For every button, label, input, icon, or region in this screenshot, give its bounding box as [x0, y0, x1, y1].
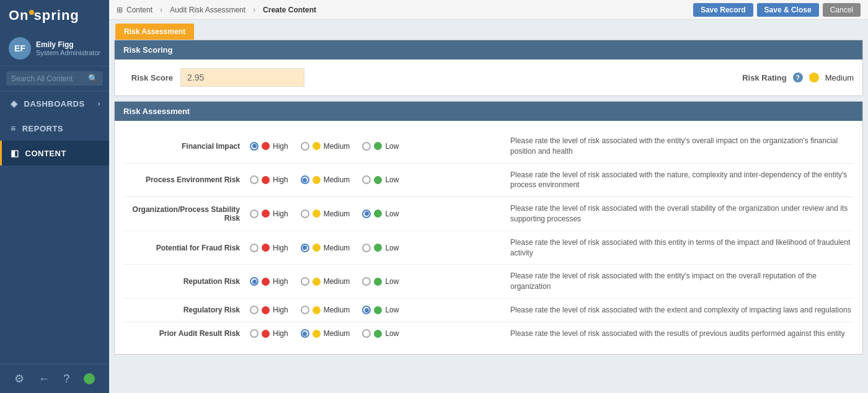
medium-radio[interactable]	[301, 210, 309, 218]
low-radio[interactable]	[362, 244, 371, 252]
low-radio[interactable]	[362, 306, 371, 314]
sidebar-item-label-content: CONTENT	[25, 149, 66, 158]
high-radio-group: High	[250, 175, 288, 184]
risk-scoring-row: Risk Score Risk Rating ? Medium	[123, 68, 854, 87]
rating-value: Medium	[825, 73, 854, 82]
yellow-dot-icon	[312, 306, 321, 314]
cancel-button[interactable]: Cancel	[823, 3, 861, 17]
high-radio-group: High	[250, 329, 288, 338]
risk-row-options: High Medium Low	[250, 329, 510, 338]
rating-dot	[809, 73, 819, 82]
save-close-button[interactable]: Save & Close	[757, 3, 819, 17]
score-input[interactable]	[180, 68, 304, 87]
risk-row-name: Reputation Risk	[126, 277, 250, 286]
low-radio[interactable]	[362, 329, 371, 338]
breadcrumb-layers-icon: ⊞	[117, 6, 123, 14]
risk-row-name: Potential for Fraud Risk	[126, 244, 250, 252]
tab-risk-assessment[interactable]: Risk Assessment	[115, 24, 194, 40]
search-input[interactable]	[11, 74, 88, 83]
green-dot-icon	[374, 176, 382, 184]
breadcrumb-create: Create Content	[263, 6, 316, 14]
high-radio[interactable]	[250, 244, 259, 252]
back-icon[interactable]: ←	[38, 373, 50, 386]
sidebar-nav: ◈ DASHBOARDS › ≡ REPORTS ◧ CONTENT	[0, 91, 109, 364]
high-radio[interactable]	[250, 210, 259, 218]
low-radio[interactable]	[362, 210, 371, 218]
green-dot-icon	[374, 306, 382, 314]
chevron-right-icon: ›	[98, 100, 100, 107]
user-role: System Administrator	[36, 49, 100, 56]
low-radio-group: Low	[362, 277, 399, 286]
low-label: Low	[385, 277, 399, 286]
save-record-button[interactable]: Save Record	[693, 3, 753, 17]
topbar: ⊞ Content › Audit Risk Assessment › Crea…	[109, 0, 868, 20]
sidebar-item-reports[interactable]: ≡ REPORTS	[0, 116, 109, 141]
medium-radio[interactable]	[301, 306, 309, 314]
green-dot-icon	[374, 330, 382, 338]
red-dot-icon	[262, 142, 270, 150]
green-dot-icon	[374, 210, 382, 218]
high-radio-group: High	[250, 142, 288, 151]
sidebar-item-label-reports: REPORTS	[22, 124, 63, 133]
table-row: Regulatory Risk High Medium Low Please r…	[123, 299, 854, 322]
help-icon[interactable]: ?	[63, 373, 69, 386]
logo: Onspring	[0, 0, 109, 31]
medium-radio[interactable]	[301, 244, 309, 252]
low-radio[interactable]	[362, 175, 371, 184]
risk-row-name: Organization/Process Stability Risk	[126, 205, 250, 223]
medium-radio[interactable]	[301, 142, 309, 151]
low-radio[interactable]	[362, 277, 371, 286]
settings-icon[interactable]: ⚙	[14, 372, 24, 386]
sidebar-item-content[interactable]: ◧ CONTENT	[0, 141, 109, 166]
low-label: Low	[385, 175, 399, 184]
green-dot-icon	[374, 142, 382, 150]
high-radio[interactable]	[250, 277, 259, 286]
medium-radio-group: Medium	[301, 244, 350, 252]
low-radio-group: Low	[362, 329, 399, 338]
high-label: High	[273, 244, 288, 252]
low-radio[interactable]	[362, 142, 371, 151]
breadcrumb-sep-2: ›	[253, 6, 255, 14]
breadcrumb-audit: Audit Risk Assessment	[170, 6, 246, 14]
red-dot-icon	[262, 306, 270, 314]
risk-assessment-header: Risk Assessment	[115, 102, 862, 121]
high-label: High	[273, 329, 288, 338]
high-label: High	[273, 210, 288, 218]
high-radio[interactable]	[250, 142, 259, 151]
breadcrumb-sep-1: ›	[160, 6, 162, 14]
low-label: Low	[385, 329, 399, 338]
high-radio-group: High	[250, 306, 288, 314]
search-container: 🔍	[0, 66, 109, 91]
score-field: Risk Score	[123, 68, 304, 87]
high-radio[interactable]	[250, 175, 259, 184]
high-radio[interactable]	[250, 306, 259, 314]
content-icon: ◧	[11, 148, 19, 158]
high-radio[interactable]	[250, 329, 259, 338]
medium-radio-group: Medium	[301, 277, 350, 286]
high-radio-group: High	[250, 277, 288, 286]
medium-radio-group: Medium	[301, 306, 350, 314]
medium-radio[interactable]	[301, 175, 309, 184]
yellow-dot-icon	[312, 142, 321, 150]
medium-radio[interactable]	[301, 277, 309, 286]
table-row: Organization/Process Stability Risk High…	[123, 197, 854, 231]
rating-label: Risk Rating	[742, 73, 787, 82]
sidebar-item-dashboards[interactable]: ◈ DASHBOARDS ›	[0, 91, 109, 116]
yellow-dot-icon	[312, 176, 321, 184]
user-profile[interactable]: EF Emily Figg System Administrator	[0, 31, 109, 66]
topbar-actions: Save Record Save & Close Cancel	[693, 3, 861, 17]
risk-description: Please rate the level of risk associated…	[510, 136, 851, 157]
reports-icon: ≡	[11, 123, 16, 133]
high-radio-group: High	[250, 244, 288, 252]
red-dot-icon	[262, 244, 270, 252]
yellow-dot-icon	[312, 210, 321, 218]
medium-radio-group: Medium	[301, 210, 350, 218]
risk-rows: Financial Impact High Medium Low Please …	[123, 130, 854, 345]
risk-scoring-header: Risk Scoring	[115, 40, 862, 60]
table-row: Financial Impact High Medium Low Please …	[123, 130, 854, 164]
risk-description: Please rate the level of risk associated…	[510, 170, 851, 191]
risk-description: Please rate the level of risk associated…	[510, 203, 851, 224]
medium-label: Medium	[324, 329, 350, 338]
breadcrumb-content: Content	[126, 6, 153, 14]
medium-radio[interactable]	[301, 329, 309, 338]
